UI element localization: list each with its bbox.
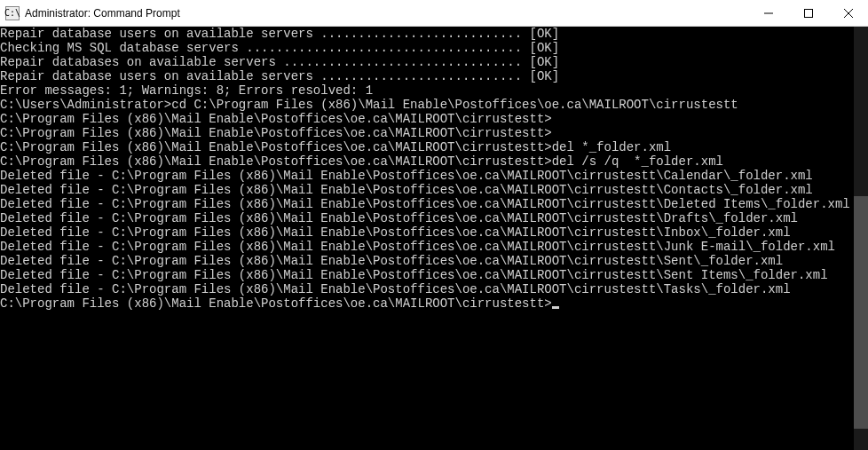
terminal-line: Deleted file - C:\Program Files (x86)\Ma… — [0, 197, 868, 211]
terminal-line: Checking MS SQL database servers .......… — [0, 41, 868, 55]
minimize-icon — [764, 9, 773, 18]
terminal-line: C:\Program Files (x86)\Mail Enable\Posto… — [0, 296, 868, 311]
terminal-line: C:\Users\Administrator>cd C:\Program Fil… — [0, 98, 868, 112]
terminal-content: Repair database users on available serve… — [0, 27, 868, 311]
maximize-icon — [804, 9, 813, 18]
terminal-line: Repair database users on available serve… — [0, 27, 868, 41]
terminal-line: Deleted file - C:\Program Files (x86)\Ma… — [0, 183, 868, 197]
maximize-button[interactable] — [788, 0, 828, 27]
terminal-line: Deleted file - C:\Program Files (x86)\Ma… — [0, 169, 868, 183]
svg-rect-0 — [804, 9, 812, 17]
terminal-line: Deleted file - C:\Program Files (x86)\Ma… — [0, 282, 868, 296]
scrollbar-thumb[interactable] — [854, 196, 868, 429]
terminal-line: C:\Program Files (x86)\Mail Enable\Posto… — [0, 126, 868, 140]
cursor — [552, 306, 559, 309]
terminal-line: C:\Program Files (x86)\Mail Enable\Posto… — [0, 154, 868, 169]
terminal-line: Deleted file - C:\Program Files (x86)\Ma… — [0, 268, 868, 282]
terminal-line: Deleted file - C:\Program Files (x86)\Ma… — [0, 240, 868, 254]
terminal-line: Deleted file - C:\Program Files (x86)\Ma… — [0, 225, 868, 240]
cmd-icon: C:\ — [5, 6, 20, 20]
minimize-button[interactable] — [748, 0, 788, 27]
window: C:\ Administrator: Command Prompt Repair… — [0, 0, 868, 450]
terminal-line: Error messages: 1; Warnings: 8; Errors r… — [0, 83, 868, 98]
close-button[interactable] — [828, 0, 868, 27]
terminal-line: C:\Program Files (x86)\Mail Enable\Posto… — [0, 140, 868, 154]
terminal-line: Repair database users on available serve… — [0, 69, 868, 83]
close-icon — [844, 9, 853, 18]
terminal-line: Deleted file - C:\Program Files (x86)\Ma… — [0, 254, 868, 268]
terminal-line: C:\Program Files (x86)\Mail Enable\Posto… — [0, 112, 868, 126]
terminal-line: Deleted file - C:\Program Files (x86)\Ma… — [0, 211, 868, 225]
terminal-area[interactable]: Repair database users on available serve… — [0, 27, 868, 450]
terminal-line: Repair databases on available servers ..… — [0, 55, 868, 69]
titlebar[interactable]: C:\ Administrator: Command Prompt — [0, 0, 868, 27]
scrollbar[interactable] — [854, 27, 868, 450]
window-title: Administrator: Command Prompt — [25, 7, 180, 20]
